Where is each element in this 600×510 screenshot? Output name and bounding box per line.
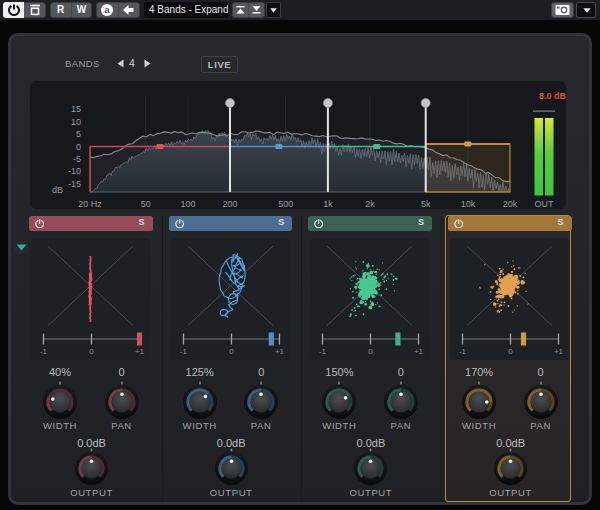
svg-text:0: 0: [508, 347, 513, 356]
svg-text:0: 0: [229, 347, 234, 356]
svg-text:8.0 dB: 8.0 dB: [539, 91, 566, 101]
svg-text:-15: -15: [68, 179, 81, 189]
svg-text:+1: +1: [135, 347, 145, 356]
svg-text:0: 0: [89, 347, 94, 356]
svg-text:-5: -5: [73, 154, 81, 164]
svg-text:+1: +1: [554, 347, 564, 356]
svg-text:OUT: OUT: [535, 199, 555, 209]
svg-text:+1: +1: [275, 347, 285, 356]
svg-text:50: 50: [141, 199, 151, 209]
svg-text:0: 0: [76, 142, 81, 152]
svg-text:1k: 1k: [323, 199, 333, 209]
svg-text:20k: 20k: [503, 199, 518, 209]
svg-text:-1: -1: [40, 347, 48, 356]
svg-text:20 Hz: 20 Hz: [78, 199, 102, 209]
svg-text:100: 100: [180, 199, 195, 209]
svg-text:2k: 2k: [365, 199, 375, 209]
svg-text:10k: 10k: [461, 199, 476, 209]
svg-text:+1: +1: [414, 347, 424, 356]
svg-text:-1: -1: [459, 347, 467, 356]
svg-text:5: 5: [76, 129, 81, 139]
svg-text:15: 15: [71, 104, 81, 114]
svg-text:-1: -1: [180, 347, 188, 356]
svg-text:200: 200: [222, 199, 237, 209]
svg-text:-10: -10: [68, 166, 81, 176]
svg-text:500: 500: [278, 199, 293, 209]
svg-text:-1: -1: [319, 347, 327, 356]
svg-text:dB: dB: [52, 185, 63, 195]
svg-text:5k: 5k: [421, 199, 431, 209]
svg-text:10: 10: [71, 117, 81, 127]
svg-text:0: 0: [369, 347, 374, 356]
